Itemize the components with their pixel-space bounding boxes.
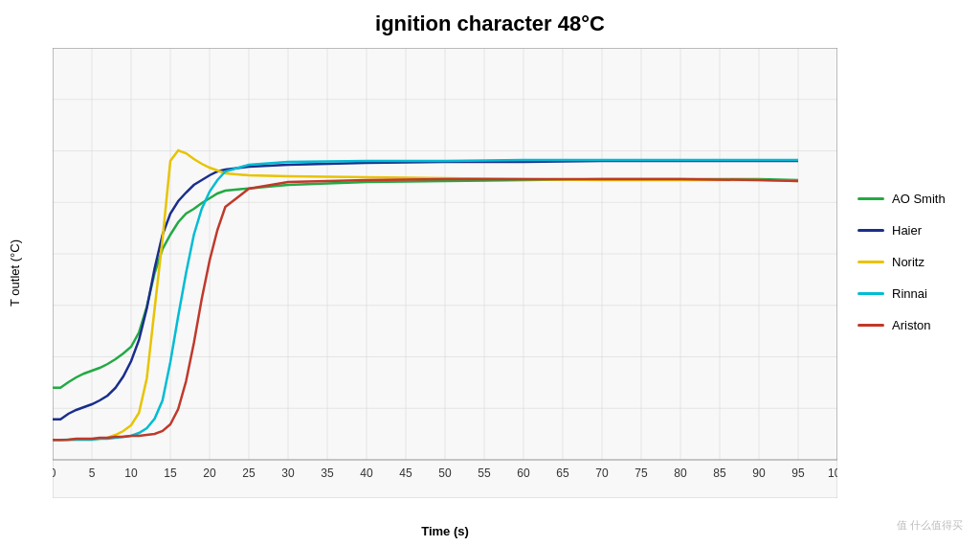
legend-item-ariston: Ariston — [858, 318, 963, 332]
svg-text:0: 0 — [53, 466, 56, 480]
legend-item-haier: Haier — [858, 223, 963, 238]
svg-text:75: 75 — [635, 466, 648, 480]
chart-title: ignition character 48°C — [0, 0, 980, 40]
svg-text:70: 70 — [595, 466, 609, 480]
legend-label-rinnai: Rinnai — [892, 286, 927, 301]
chart-area: // we'll do this via JS below 15 20 25 3… — [53, 48, 837, 498]
legend-label-ariston: Ariston — [892, 318, 930, 332]
svg-text:90: 90 — [752, 466, 766, 480]
svg-text:20: 20 — [203, 466, 216, 480]
legend-label-noritz: Noritz — [892, 255, 924, 269]
watermark: 值 什么值得买 — [897, 518, 963, 533]
legend-line-noritz — [858, 261, 884, 263]
chart-container: ignition character 48°C T outlet (°C) Ti… — [0, 0, 980, 546]
svg-text:10: 10 — [124, 466, 138, 480]
svg-text:15: 15 — [164, 466, 177, 480]
legend-label-haier: Haier — [892, 223, 922, 238]
svg-text:45: 45 — [399, 466, 412, 480]
svg-text:5: 5 — [89, 466, 96, 480]
legend-item-ao-smith: AO Smith — [858, 192, 963, 206]
legend-line-haier — [858, 229, 884, 232]
svg-text:100: 100 — [828, 466, 837, 480]
legend-label-ao-smith: AO Smith — [892, 192, 946, 206]
chart-legend: AO Smith Haier Noritz Rinnai Ariston — [858, 192, 963, 332]
legend-item-rinnai: Rinnai — [858, 286, 963, 301]
svg-text:50: 50 — [438, 466, 452, 480]
legend-line-rinnai — [858, 292, 884, 295]
svg-text:55: 55 — [478, 466, 491, 480]
legend-line-ao-smith — [858, 197, 884, 200]
chart-svg: // we'll do this via JS below 15 20 25 3… — [53, 48, 837, 498]
svg-text:30: 30 — [281, 466, 295, 480]
svg-text:25: 25 — [242, 466, 256, 480]
svg-text:85: 85 — [713, 466, 726, 480]
x-axis-label: Time (s) — [53, 524, 837, 538]
svg-text:60: 60 — [517, 466, 530, 480]
svg-text:40: 40 — [360, 466, 373, 480]
svg-text:65: 65 — [556, 466, 569, 480]
legend-item-noritz: Noritz — [858, 255, 963, 269]
svg-text:95: 95 — [791, 466, 805, 480]
svg-text:80: 80 — [674, 466, 687, 480]
y-axis-label: T outlet (°C) — [8, 48, 22, 498]
legend-line-ariston — [858, 324, 884, 327]
svg-text:35: 35 — [321, 466, 334, 480]
